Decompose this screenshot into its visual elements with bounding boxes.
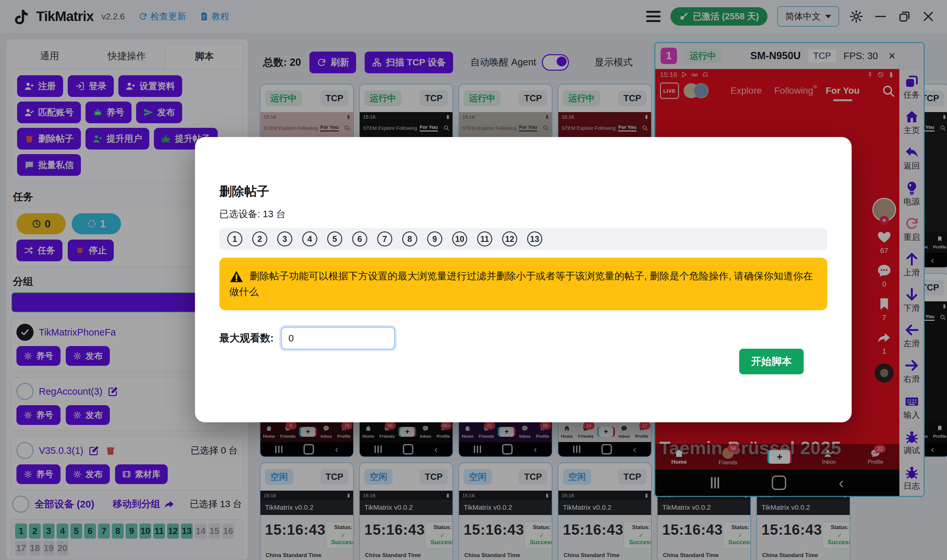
device-chip-7[interactable]: 7	[377, 231, 392, 246]
delete-posts-modal: 删除帖子 已选设备: 13 台 12345678910111213 删除帖子功能…	[195, 137, 852, 422]
device-chip-2[interactable]: 2	[252, 231, 267, 246]
warning-icon	[229, 269, 244, 284]
modal-title: 删除帖子	[219, 137, 827, 200]
device-chip-11[interactable]: 11	[477, 231, 492, 246]
device-chip-10[interactable]: 10	[452, 231, 467, 246]
max-views-input[interactable]	[281, 327, 395, 350]
selected-devices-label: 已选设备: 13 台	[219, 208, 827, 221]
device-chip-4[interactable]: 4	[302, 231, 317, 246]
device-chip-1[interactable]: 1	[227, 231, 242, 246]
device-chip-3[interactable]: 3	[277, 231, 292, 246]
device-chip-13[interactable]: 13	[527, 231, 542, 246]
device-chip-5[interactable]: 5	[327, 231, 342, 246]
device-chip-8[interactable]: 8	[402, 231, 417, 246]
warning-banner: 删除帖子功能可以根据下方设置的最大浏览量进行过滤并删除小于或者等于该浏览量的帖子…	[219, 258, 827, 310]
device-chip-9[interactable]: 9	[427, 231, 442, 246]
device-chip-12[interactable]: 12	[502, 231, 517, 246]
selected-device-chips: 12345678910111213	[219, 228, 827, 250]
warning-text: 删除帖子功能可以根据下方设置的最大浏览量进行过滤并删除小于或者等于该浏览量的帖子…	[229, 271, 813, 297]
device-chip-6[interactable]: 6	[352, 231, 367, 246]
max-views-label: 最大观看数:	[219, 331, 274, 345]
start-script-button[interactable]: 开始脚本	[739, 349, 804, 374]
